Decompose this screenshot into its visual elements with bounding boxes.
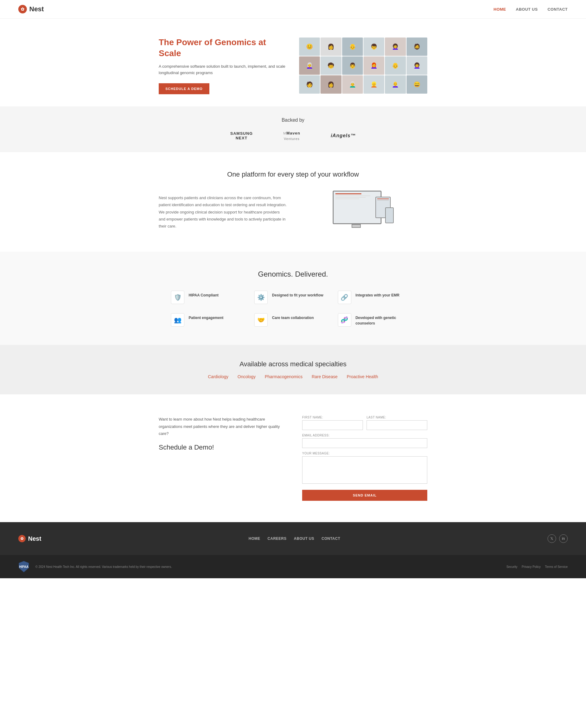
emr-icon: 🔗 [338,291,351,304]
footer-social: 𝕏 in [547,534,568,543]
contact-form: FIRST NAME: LAST NAME: EMAIL ADDRESS: YO… [302,416,427,501]
features-grid: 🛡️ HIPAA Compliant ⚙️ Designed to fit yo… [171,291,415,327]
specialties-title: Available across medical specialties [18,360,568,368]
footer-nav-about[interactable]: ABOUT US [294,537,314,541]
engagement-label: Patient engagement [189,313,223,320]
nav-about[interactable]: ABOUT US [516,7,538,11]
hero-img-cell: 👩‍🦰 [364,56,384,75]
footer-security-link[interactable]: Security [506,565,517,569]
hero-img-cell: 😊 [299,37,320,56]
monitor-mockup [333,191,382,224]
specialty-oncology[interactable]: Oncology [238,374,255,379]
hero-img-cell: 👩‍🦳 [299,56,320,75]
copyright-text: © 2024 Nest Health Tech Inc. All rights … [35,565,172,569]
specialty-rare-disease[interactable]: Rare Disease [312,374,338,379]
linkedin-button[interactable]: in [559,534,568,543]
email-label: EMAIL ADDRESS: [302,434,427,437]
navbar: ✿ Nest HOME ABOUT US CONTACT [0,0,586,19]
specialties-section: Available across medical specialties Car… [0,345,586,394]
first-name-input[interactable] [302,420,363,430]
contact-heading: Schedule a Demo! [159,443,284,451]
samsung-next-logo: SAMSUNGNEXT [230,131,253,140]
contact-description: Want to learn more about how Nest helps … [159,416,284,437]
hero-text: The Power of Genomics at Scale A compreh… [159,37,287,94]
hero-img-cell: 👩 [320,37,341,56]
message-textarea[interactable] [302,456,427,484]
footer-nav: HOME CAREERS ABOUT US CONTACT [249,537,340,541]
contact-section: Want to learn more about how Nest helps … [0,394,586,522]
footer-privacy-link[interactable]: Privacy Policy [521,565,540,569]
workflow-icon: ⚙️ [254,291,268,304]
maven-ventures-logo: MMaven Ventures [283,130,300,141]
email-group: EMAIL ADDRESS: [302,434,427,448]
logo[interactable]: ✿ Nest [18,5,44,14]
collaboration-icon: 🤝 [254,313,268,327]
footer-nav-careers[interactable]: CAREERS [268,537,287,541]
footer-nav-home[interactable]: HOME [249,537,260,541]
iangels-logo: iAngels™ [331,133,356,138]
feature-emr: 🔗 Integrates with your EMR [338,291,415,304]
linkedin-icon: in [562,537,565,541]
nav-home[interactable]: HOME [493,7,506,11]
platform-section: One platform for every step of your work… [0,152,586,252]
specialty-pharmacogenomics[interactable]: Pharmacogenomics [265,374,302,379]
message-group: YOUR MESSAGE: [302,452,427,484]
hero-img-cell: 😄 [407,75,427,94]
counselors-label: Developed with genetic counselors [356,313,415,326]
footer-bottom-links: Security Privacy Policy Terms of Service [506,565,568,569]
feature-collaboration: 🤝 Care team collaboration [254,313,332,327]
hero-img-cell: 👨 [342,56,363,75]
hero-img-cell: 🧒 [320,56,341,75]
feature-hipaa: 🛡️ HIPAA Compliant [171,291,248,304]
logo-icon: ✿ [18,5,27,14]
nav-contact[interactable]: CONTACT [547,7,568,11]
footer-terms-link[interactable]: Terms of Service [545,565,568,569]
footer-bottom: HIPAA © 2024 Nest Health Tech Inc. All r… [0,555,586,578]
email-input[interactable] [302,438,427,448]
hero-img-cell: 🧑 [299,75,320,94]
twitter-icon: 𝕏 [550,537,553,541]
hero-section: The Power of Genomics at Scale A compreh… [0,19,586,106]
backers: SAMSUNGNEXT MMaven Ventures iAngels™ [18,130,568,141]
hero-img-cell: 👴 [342,37,363,56]
shield-icon: HIPAA [18,561,29,573]
footer-logo-text: Nest [28,535,41,542]
svg-text:HIPAA: HIPAA [19,565,28,569]
engagement-icon: 👥 [171,313,184,327]
first-name-group: FIRST NAME: [302,416,363,430]
last-name-group: LAST NAME: [367,416,427,430]
shield-badge: HIPAA [18,561,29,573]
hero-subtitle: A comprehensive software solution built … [159,63,287,76]
specialty-cardiology[interactable]: Cardiology [208,374,228,379]
hero-title: The Power of Genomics at Scale [159,37,287,59]
hero-img-cell: 👩 [320,75,341,94]
monitor-stand [351,224,361,228]
hero-img-cell: 👨‍🦳 [342,75,363,94]
platform-title: One platform for every step of your work… [159,171,427,178]
hipaa-label: HIPAA Compliant [189,291,219,298]
hero-img-cell: 👱 [364,75,384,94]
genomics-section: Genomics. Delivered. 🛡️ HIPAA Compliant … [0,252,586,345]
contact-text: Want to learn more about how Nest helps … [159,416,284,451]
schedule-demo-button[interactable]: SCHEDULE A DEMO [159,83,210,94]
message-label: YOUR MESSAGE: [302,452,427,455]
specialty-proactive-health[interactable]: Proactive Health [347,374,378,379]
footer-nav-contact[interactable]: CONTACT [321,537,340,541]
feature-counselors: 🧬 Developed with genetic counselors [338,313,415,327]
emr-label: Integrates with your EMR [356,291,399,298]
workflow-label: Designed to fit your workflow [272,291,323,298]
footer-logo: ✿ Nest [18,535,41,542]
backed-by-section: Backed by SAMSUNGNEXT MMaven Ventures iA… [0,106,586,152]
last-name-input[interactable] [367,420,427,430]
feature-engagement: 👥 Patient engagement [171,313,248,327]
phone-mockup [385,207,394,223]
first-name-label: FIRST NAME: [302,416,363,419]
twitter-button[interactable]: 𝕏 [547,534,556,543]
hero-img-cell: 👩‍🦱 [385,37,406,56]
last-name-label: LAST NAME: [367,416,427,419]
hero-image: 😊 👩 👴 👦 👩‍🦱 🧔 👩‍🦳 🧒 👨 👩‍🦰 👴 👩‍🦱 🧑 👩 👨‍🦳 … [299,37,427,94]
name-row: FIRST NAME: LAST NAME: [302,416,427,430]
footer: ✿ Nest HOME CAREERS ABOUT US CONTACT 𝕏 i… [0,522,586,578]
footer-logo-icon: ✿ [18,535,26,542]
send-email-button[interactable]: SEND EMAIL [302,490,427,501]
